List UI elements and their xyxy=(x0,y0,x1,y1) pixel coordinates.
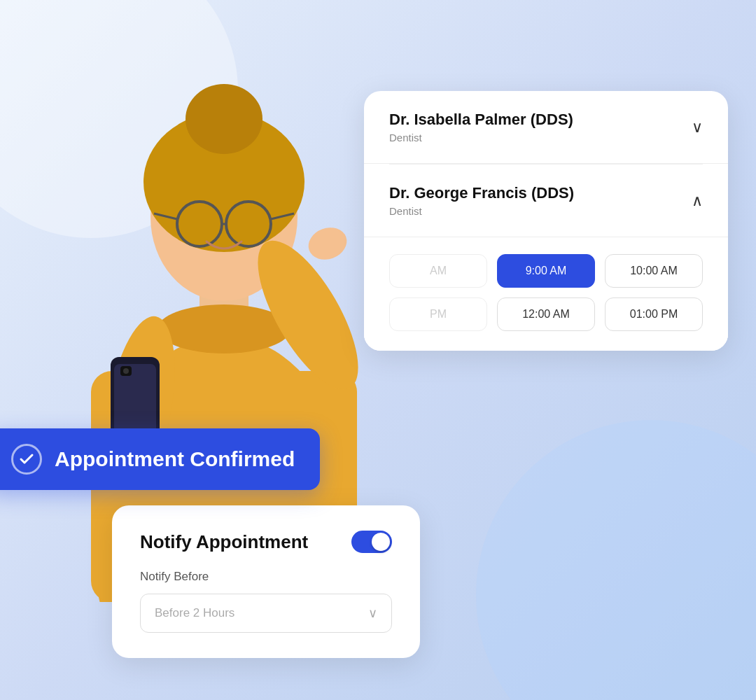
notify-header: Notify Appointment xyxy=(140,531,392,553)
notify-before-label: Notify Before xyxy=(140,570,392,584)
doctor-1-name: Dr. Isabella Palmer (DDS) xyxy=(389,111,573,129)
svg-point-6 xyxy=(186,84,262,154)
doctor-row-2[interactable]: Dr. George Francis (DDS) Dentist ∧ xyxy=(364,164,728,237)
notify-dropdown-value: Before 2 Hours xyxy=(155,606,234,620)
time-slot-12am[interactable]: 12:00 AM xyxy=(497,298,595,331)
svg-point-18 xyxy=(123,368,129,374)
time-slot-1pm[interactable]: 01:00 PM xyxy=(605,298,703,331)
time-slots-section: AM 9:00 AM 10:00 AM PM 12:00 AM xyxy=(364,237,728,351)
time-slot-partial-am[interactable]: AM xyxy=(389,254,487,288)
doctor-1-chevron: ∨ xyxy=(692,118,703,136)
notify-appointment-card: Notify Appointment Notify Before Before … xyxy=(112,505,420,658)
background: Appointment Confirmed Dr. Isabella Palme… xyxy=(0,0,756,700)
doctor-row-1[interactable]: Dr. Isabella Palmer (DDS) Dentist ∨ xyxy=(364,91,728,164)
doctor-2-name: Dr. George Francis (DDS) xyxy=(389,184,574,202)
doctor-2-info: Dr. George Francis (DDS) Dentist xyxy=(389,184,574,217)
time-slot-partial-pm[interactable]: PM xyxy=(389,298,487,331)
notify-before-dropdown[interactable]: Before 2 Hours ∨ xyxy=(140,594,392,633)
doctor-2-section: Dr. George Francis (DDS) Dentist ∧ AM 9:… xyxy=(364,164,728,351)
doctor-1-title: Dentist xyxy=(389,132,573,144)
svg-point-3 xyxy=(158,304,290,354)
check-circle-icon xyxy=(11,444,42,475)
time-slot-9am[interactable]: 9:00 AM xyxy=(497,254,595,288)
doctor-2-chevron: ∧ xyxy=(692,192,703,210)
decorative-circle-br xyxy=(476,420,756,700)
time-slot-10am[interactable]: 10:00 AM xyxy=(605,254,703,288)
notify-dropdown-chevron: ∨ xyxy=(368,606,377,621)
appointment-confirmed-badge: Appointment Confirmed xyxy=(0,428,320,490)
doctor-1-info: Dr. Isabella Palmer (DDS) Dentist xyxy=(389,111,573,144)
doctor-selection-card: Dr. Isabella Palmer (DDS) Dentist ∨ Dr. … xyxy=(364,91,728,351)
confirmed-badge-text: Appointment Confirmed xyxy=(55,447,295,471)
notify-title: Notify Appointment xyxy=(140,531,308,553)
svg-rect-16 xyxy=(114,364,156,434)
notify-toggle[interactable] xyxy=(351,531,392,553)
svg-point-13 xyxy=(304,223,351,265)
doctor-2-title: Dentist xyxy=(389,205,574,217)
time-slots-grid: AM 9:00 AM 10:00 AM PM 12:00 AM xyxy=(389,254,703,331)
